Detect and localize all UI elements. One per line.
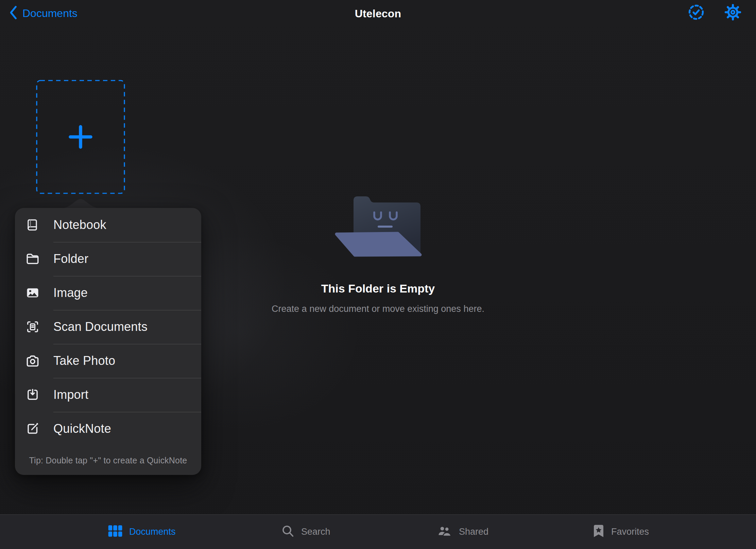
bookmark-star-icon [592, 524, 605, 539]
tab-search[interactable]: Search [281, 523, 330, 541]
new-document-tile[interactable] [36, 80, 125, 194]
dashed-circle-check-icon [688, 4, 705, 22]
tab-shared[interactable]: Shared [436, 523, 488, 541]
tab-label: Shared [459, 527, 488, 537]
app-screen: Documents Utelecon [0, 0, 756, 549]
navigation-bar: Documents Utelecon [0, 0, 756, 26]
plus-icon [70, 127, 91, 147]
select-mode-button[interactable] [687, 4, 705, 22]
navbar-actions [687, 4, 742, 22]
tab-documents[interactable]: Documents [107, 523, 176, 541]
square-pencil-icon [25, 421, 40, 436]
tab-label: Search [301, 527, 330, 537]
menu-item-take-photo[interactable]: Take Photo [15, 344, 201, 378]
tab-label: Documents [129, 527, 176, 537]
empty-state-title: This Folder is Empty [208, 282, 548, 295]
menu-item-label: Take Photo [53, 354, 115, 368]
image-icon [25, 285, 40, 300]
menu-item-folder[interactable]: Folder [15, 242, 201, 276]
menu-item-label: Notebook [53, 218, 106, 232]
empty-state-subtitle: Create a new document or move existing o… [174, 304, 582, 314]
scan-document-icon [25, 319, 40, 334]
menu-item-label: Scan Documents [53, 320, 148, 334]
menu-item-scan-documents[interactable]: Scan Documents [15, 310, 201, 344]
menu-item-import[interactable]: Import [15, 378, 201, 412]
page-title: Utelecon [0, 7, 756, 20]
menu-tip-text: Tip: Double tap "+" to create a QuickNot… [15, 446, 201, 475]
tab-label: Favorites [611, 527, 649, 537]
two-people-icon [436, 524, 453, 539]
menu-item-quicknote[interactable]: QuickNote [15, 412, 201, 446]
menu-item-image[interactable]: Image [15, 276, 201, 310]
menu-item-label: QuickNote [53, 422, 111, 436]
menu-item-notebook[interactable]: Notebook [15, 208, 201, 242]
search-icon [281, 524, 295, 539]
menu-item-label: Import [53, 388, 88, 402]
gear-icon [724, 3, 742, 22]
folder-icon [25, 251, 40, 266]
menu-item-label: Folder [53, 252, 88, 266]
tab-bar: Documents Search [0, 514, 756, 549]
import-tray-icon [25, 387, 40, 402]
settings-button[interactable] [724, 4, 742, 22]
camera-icon [25, 353, 40, 368]
new-document-menu: Notebook Folder Image [15, 208, 201, 475]
menu-item-label: Image [53, 286, 88, 300]
tab-favorites[interactable]: Favorites [592, 523, 649, 541]
book-icon [25, 217, 40, 232]
empty-folder-illustration [333, 193, 423, 259]
grid-icon [107, 524, 123, 539]
